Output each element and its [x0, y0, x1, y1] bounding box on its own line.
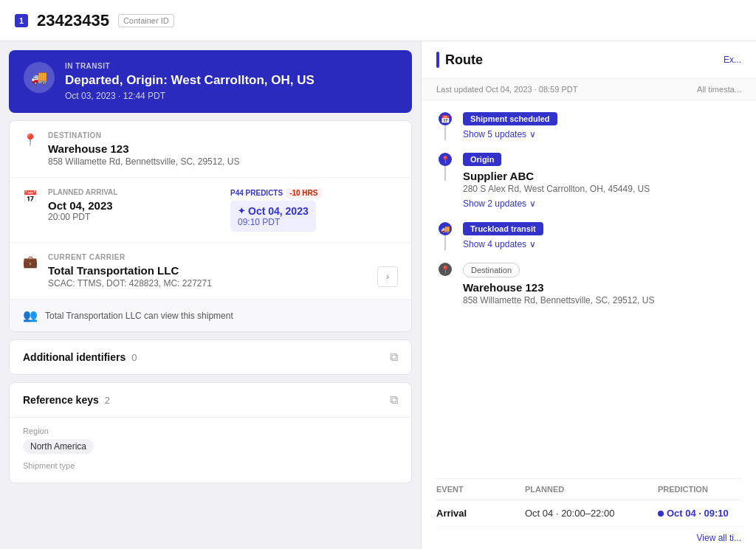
events-table: Event Planned Prediction Arrival Oct 04 … — [436, 478, 741, 549]
planned-col: PLANNED ARRIVAL Oct 04, 2023 20:00 PDT — [48, 188, 216, 232]
destination-address: 858 Willamette Rd, Bennettsville, SC, 29… — [463, 295, 741, 305]
prediction-box: ✦ Oct 04, 2023 09:10 PDT — [230, 201, 316, 232]
transit-badge: Truckload transit — [463, 222, 543, 235]
planned-col-header: Planned — [525, 485, 658, 494]
location-pin-icon: 📍 — [23, 133, 38, 147]
info-card: 📍 DESTINATION Warehouse 123 858 Willamet… — [9, 120, 412, 332]
timeline-left-transit: 🚚 — [436, 222, 454, 250]
main-split: 🚚 IN TRANSIT Departed, Origin: West Carr… — [0, 41, 756, 549]
region-label: Region — [23, 427, 398, 435]
arrival-row: 📅 PLANNED ARRIVAL Oct 04, 2023 20:00 PDT… — [10, 178, 411, 243]
destination-row: 📍 DESTINATION Warehouse 123 858 Willamet… — [10, 121, 411, 178]
origin-address: 280 S Alex Rd, West Carrollton, OH, 4544… — [463, 184, 741, 194]
origin-place-name: Supplier ABC — [463, 170, 741, 182]
calendar-dot-icon: 📅 — [441, 115, 450, 123]
page-layout: 1 23423435 Container ID 🚚 IN TRANSIT Dep… — [0, 0, 756, 549]
carrier-label: CURRENT CARRIER — [48, 253, 398, 261]
header-badge: 1 — [15, 14, 28, 27]
carrier-details: SCAC: TTMS, DOT: 428823, MC: 227271 — [48, 278, 212, 289]
visibility-row: 👥 Total Transportation LLC can view this… — [10, 300, 411, 331]
origin-badge: Origin — [463, 153, 501, 166]
briefcase-icon: 💼 — [23, 255, 38, 269]
reference-keys-section: Reference keys 2 ⧉ Region North America … — [9, 382, 412, 483]
prediction-label: p44 PREDICTS -10 hrs — [230, 188, 398, 198]
header: 1 23423435 Container ID — [0, 0, 756, 41]
origin-content: Origin Supplier ABC 280 S Alex Rd, West … — [463, 153, 741, 218]
visibility-text: Total Transportation LLC can view this s… — [45, 311, 233, 321]
carrier-text: Total Transportation LLC SCAC: TTMS, DOT… — [48, 264, 212, 289]
prediction-dot-icon — [658, 511, 664, 517]
view-all-link[interactable]: View all ti... — [436, 527, 741, 549]
line-1 — [444, 125, 446, 140]
container-id-label: Container ID — [118, 14, 174, 27]
status-icon: 🚚 — [24, 62, 55, 93]
route-update-bar: Last updated Oct 04, 2023 · 08:59 PDT Al… — [422, 79, 756, 100]
destination-label: DESTINATION — [48, 131, 398, 139]
scheduled-dot: 📅 — [439, 112, 452, 125]
scheduled-badge: Shipment scheduled — [463, 112, 557, 125]
planned-date: Oct 04, 2023 — [48, 199, 216, 212]
additional-identifiers-title: Additional identifiers 0 — [23, 351, 137, 363]
destination-dot: 📍 — [439, 263, 452, 276]
reference-keys-count: 2 — [105, 395, 110, 406]
destination-content: Destination Warehouse 123 858 Willamette… — [463, 263, 741, 310]
timeline-left-scheduled: 📅 — [436, 112, 454, 140]
people-icon: 👥 — [23, 308, 38, 322]
copy-icon: ⧉ — [390, 351, 398, 364]
status-title: Departed, Origin: West Carrollton, OH, U… — [65, 73, 315, 88]
prediction-col: p44 PREDICTS -10 hrs ✦ Oct 04, 2023 09:1… — [230, 188, 398, 232]
event-prediction: Oct 04 · 09:10 — [658, 508, 741, 519]
route-title: Route — [436, 52, 483, 68]
route-timeline: 📅 Shipment scheduled Show 5 updates ∨ — [422, 100, 756, 478]
destination-place-name: Warehouse 123 — [463, 281, 741, 294]
planned-label: PLANNED ARRIVAL — [48, 188, 216, 196]
show-5-updates[interactable]: Show 5 updates ∨ — [463, 129, 741, 139]
timeline-scheduled: 📅 Shipment scheduled Show 5 updates ∨ — [436, 112, 741, 148]
line-2 — [444, 166, 446, 181]
carrier-name: Total Transportation LLC — [48, 264, 212, 277]
status-timestamp: Oct 03, 2023 · 12:44 PDT — [65, 91, 315, 101]
reference-keys-body: Region North America Shipment type — [10, 418, 411, 483]
timeline-origin: 📍 Origin Supplier ABC 280 S Alex Rd, Wes… — [436, 153, 741, 218]
container-number: 23423435 — [37, 11, 109, 30]
reference-keys-title: Reference keys 2 — [23, 394, 110, 406]
status-content: IN TRANSIT Departed, Origin: West Carrol… — [65, 62, 315, 101]
additional-identifiers-header[interactable]: Additional identifiers 0 ⧉ — [10, 340, 411, 374]
line-3 — [444, 235, 446, 250]
prediction-delta: -10 hrs — [286, 188, 321, 198]
reference-keys-header[interactable]: Reference keys 2 ⧉ — [10, 383, 411, 418]
timeline-transit: 🚚 Truckload transit Show 4 updates ∨ — [436, 222, 741, 258]
carrier-arrow-button[interactable]: › — [377, 266, 398, 287]
destination-content: DESTINATION Warehouse 123 858 Willamette… — [48, 131, 398, 167]
p44-label: p44 PREDICTS — [230, 189, 283, 197]
shipment-type-label: Shipment type — [23, 461, 398, 470]
transit-content: Truckload transit Show 4 updates ∨ — [463, 222, 741, 258]
export-button[interactable]: Ex... — [724, 55, 741, 65]
status-card: 🚚 IN TRANSIT Departed, Origin: West Carr… — [9, 50, 412, 113]
show-4-updates[interactable]: Show 4 updates ∨ — [463, 239, 741, 249]
arrival-content: PLANNED ARRIVAL Oct 04, 2023 20:00 PDT p… — [48, 188, 398, 232]
timeline-left-destination: 📍 — [436, 263, 454, 276]
prediction-col-header: Prediction — [658, 485, 741, 494]
planned-time: 20:00 PDT — [48, 212, 216, 222]
right-panel: Route Ex... Last updated Oct 04, 2023 · … — [421, 41, 756, 549]
carrier-row: 💼 CURRENT CARRIER Total Transportation L… — [10, 243, 411, 300]
scheduled-content: Shipment scheduled Show 5 updates ∨ — [463, 112, 741, 148]
additional-identifiers-count: 0 — [131, 352, 137, 363]
event-name: Arrival — [436, 508, 525, 519]
destination-name: Warehouse 123 — [48, 142, 398, 155]
left-panel: 🚚 IN TRANSIT Departed, Origin: West Carr… — [0, 41, 421, 549]
destination-badge: Destination — [463, 263, 520, 277]
region-value: North America — [23, 439, 94, 454]
event-planned: Oct 04 · 20:00–22:00 — [525, 508, 658, 519]
status-label: IN TRANSIT — [65, 62, 315, 70]
calendar-icon: 📅 — [23, 190, 38, 204]
event-col-header: Event — [436, 485, 525, 494]
table-row: Arrival Oct 04 · 20:00–22:00 Oct 04 · 09… — [436, 500, 741, 527]
events-header: Event Planned Prediction — [436, 479, 741, 500]
origin-dot: 📍 — [439, 153, 452, 166]
route-title-bar — [436, 52, 439, 68]
show-2-updates[interactable]: Show 2 updates ∨ — [463, 198, 741, 209]
copy-icon-2: ⧉ — [390, 393, 398, 407]
timeline-destination: 📍 Destination Warehouse 123 858 Willamet… — [436, 263, 741, 310]
